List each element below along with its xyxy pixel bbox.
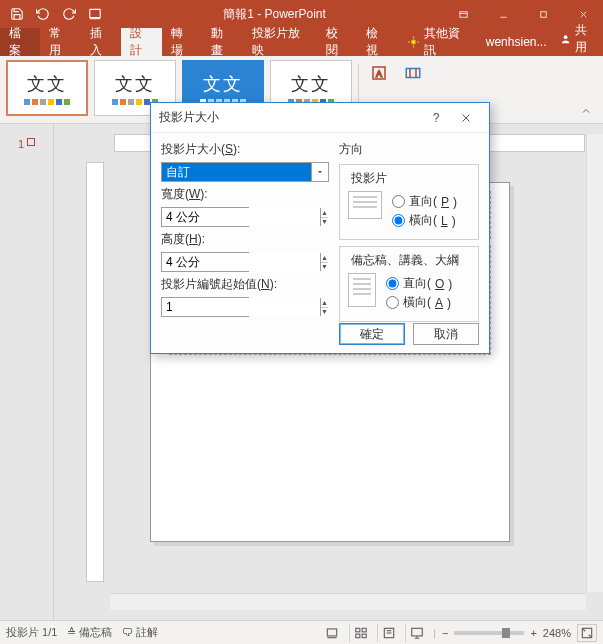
spin-up-icon[interactable]: ▲ xyxy=(321,298,328,308)
cancel-button[interactable]: 取消 xyxy=(413,323,479,345)
tab-design[interactable]: 設計 xyxy=(121,28,161,56)
slides-landscape-radio[interactable]: 橫向(L) xyxy=(392,212,457,229)
spin-up-icon[interactable]: ▲ xyxy=(321,253,328,263)
dialog-close-icon[interactable] xyxy=(451,105,481,131)
tab-transitions[interactable]: 轉場 xyxy=(162,28,202,56)
dialog-titlebar[interactable]: 投影片大小 ? xyxy=(151,103,489,133)
slide-sorter-view-icon[interactable] xyxy=(349,624,371,642)
chevron-down-icon[interactable] xyxy=(311,163,328,181)
minimize-icon[interactable] xyxy=(483,0,523,28)
svg-rect-24 xyxy=(411,628,422,636)
window-controls xyxy=(443,0,603,28)
spin-down-icon[interactable]: ▼ xyxy=(321,218,328,227)
svg-point-11 xyxy=(564,35,568,39)
height-input[interactable] xyxy=(162,253,320,271)
slide-indicator[interactable]: 投影片 1/1 xyxy=(6,625,57,640)
svg-rect-17 xyxy=(355,628,359,632)
ribbon-display-options-icon[interactable] xyxy=(443,0,483,28)
tab-home[interactable]: 常用 xyxy=(40,28,80,56)
window-title: 簡報1 - PowerPoint xyxy=(106,6,443,23)
spin-up-icon[interactable]: ▲ xyxy=(321,208,328,218)
number-from-spinner[interactable]: ▲▼ xyxy=(161,297,249,317)
width-spinner[interactable]: ▲▼ xyxy=(161,207,249,227)
tab-animations[interactable]: 動畫 xyxy=(202,28,242,56)
tab-tellme[interactable]: 其他資訊 xyxy=(398,28,478,56)
svg-rect-1 xyxy=(459,11,466,17)
spin-down-icon[interactable]: ▼ xyxy=(321,308,328,317)
zoom-level[interactable]: 248% xyxy=(543,627,571,639)
vertical-ruler[interactable] xyxy=(86,162,104,582)
zoom-slider[interactable] xyxy=(454,631,524,635)
user-account[interactable]: wenhsien... xyxy=(478,28,555,56)
slide-thumbnails-pane[interactable]: 1 xyxy=(0,124,54,620)
vertical-scrollbar[interactable] xyxy=(586,134,603,592)
normal-view-icon[interactable] xyxy=(321,624,343,642)
notes-toggle[interactable]: ≙ 備忘稿 xyxy=(67,625,112,640)
svg-rect-0 xyxy=(90,9,101,17)
svg-rect-3 xyxy=(540,11,546,17)
slideshow-view-icon[interactable] xyxy=(405,624,427,642)
tab-slideshow[interactable]: 投影片放映 xyxy=(243,28,317,56)
tab-view[interactable]: 檢視 xyxy=(357,28,397,56)
svg-rect-19 xyxy=(355,634,359,638)
notes-group-title: 備忘稿、講義、大綱 xyxy=(348,252,462,269)
page-orientation-icon xyxy=(348,273,376,307)
svg-rect-15 xyxy=(327,628,336,635)
ribbon-tabs: 檔案 常用 插入 設計 轉場 動畫 投影片放映 校閱 檢視 其他資訊 wenhs… xyxy=(0,28,603,56)
number-from-label: 投影片編號起始值(N): xyxy=(161,276,329,293)
maximize-icon[interactable] xyxy=(523,0,563,28)
width-input[interactable] xyxy=(162,208,320,226)
save-icon[interactable] xyxy=(6,3,28,25)
width-label: 寬度(W): xyxy=(161,186,329,203)
svg-point-6 xyxy=(411,40,415,44)
svg-rect-20 xyxy=(362,634,366,638)
slide-size-value: 自訂 xyxy=(162,163,311,181)
ok-button[interactable]: 確定 xyxy=(339,323,405,345)
fit-to-window-icon[interactable] xyxy=(577,624,597,642)
height-label: 高度(H): xyxy=(161,231,329,248)
share-button[interactable]: 共用 xyxy=(554,28,603,50)
dialog-title: 投影片大小 xyxy=(159,109,219,126)
quick-access-toolbar xyxy=(0,3,106,25)
comments-toggle[interactable]: 🗨 註解 xyxy=(122,625,158,640)
tellme-label: 其他資訊 xyxy=(424,25,469,59)
svg-text:A: A xyxy=(376,69,382,79)
tab-insert[interactable]: 插入 xyxy=(81,28,121,56)
slide-size-label: 投影片大小(S): xyxy=(161,141,329,158)
horizontal-scrollbar[interactable] xyxy=(110,593,586,610)
start-from-beginning-icon[interactable] xyxy=(84,3,106,25)
thumbnail-1[interactable]: 1 xyxy=(18,138,35,150)
slide-size-button[interactable] xyxy=(399,60,427,86)
slide-size-combo[interactable]: 自訂 xyxy=(161,162,329,182)
user-name: wenhsien... xyxy=(486,35,547,49)
svg-marker-28 xyxy=(318,171,322,173)
tab-review[interactable]: 校閱 xyxy=(317,28,357,56)
collapse-ribbon-icon[interactable] xyxy=(575,103,597,119)
height-spinner[interactable]: ▲▼ xyxy=(161,252,249,272)
notes-landscape-radio[interactable]: 橫向(A) xyxy=(386,294,452,311)
slide-size-dialog: 投影片大小 ? 投影片大小(S): 自訂 寬度(W): ▲▼ 高度(H): ▲▼… xyxy=(150,102,490,354)
dialog-help-icon[interactable]: ? xyxy=(421,105,451,131)
number-from-input[interactable] xyxy=(162,298,320,316)
zoom-in-icon[interactable]: + xyxy=(530,627,536,639)
notes-portrait-radio[interactable]: 直向(O) xyxy=(386,275,452,292)
format-background-button[interactable]: A xyxy=(365,60,393,86)
redo-icon[interactable] xyxy=(58,3,80,25)
theme-office[interactable]: 文文 xyxy=(6,60,88,116)
thumbnail-number: 1 xyxy=(18,138,24,150)
theme-sample-text: 文文 xyxy=(203,72,243,96)
theme-sample-text: 文文 xyxy=(115,72,155,96)
theme-sample-text: 文文 xyxy=(27,72,67,96)
notes-orientation-group: 備忘稿、講義、大綱 直向(O) 橫向(A) xyxy=(339,246,479,322)
spin-down-icon[interactable]: ▼ xyxy=(321,263,328,272)
close-icon[interactable] xyxy=(563,0,603,28)
undo-icon[interactable] xyxy=(32,3,54,25)
svg-rect-14 xyxy=(406,69,420,78)
reading-view-icon[interactable] xyxy=(377,624,399,642)
slides-portrait-radio[interactable]: 直向(P) xyxy=(392,193,457,210)
status-bar: 投影片 1/1 ≙ 備忘稿 🗨 註解 | − + 248% xyxy=(0,620,603,644)
slides-orientation-group: 投影片 直向(P) 橫向(L) xyxy=(339,164,479,240)
tab-file[interactable]: 檔案 xyxy=(0,28,40,56)
page-orientation-icon xyxy=(348,191,382,219)
zoom-out-icon[interactable]: − xyxy=(442,627,448,639)
